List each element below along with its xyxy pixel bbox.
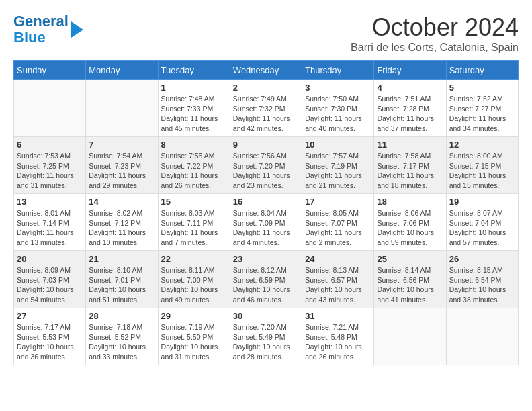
table-row: 25Sunrise: 8:14 AMSunset: 6:56 PMDayligh… [374,251,446,308]
day-detail: Sunrise: 7:58 AMSunset: 7:17 PMDaylight:… [377,151,443,191]
header-thursday: Thursday [302,61,374,80]
table-row [374,308,446,365]
table-row: 4Sunrise: 7:51 AMSunset: 7:28 PMDaylight… [374,80,446,137]
day-number: 2 [233,83,299,93]
day-number: 12 [449,140,515,150]
calendar-week-row: 20Sunrise: 8:09 AMSunset: 7:03 PMDayligh… [14,251,519,308]
table-row: 26Sunrise: 8:15 AMSunset: 6:54 PMDayligh… [446,251,518,308]
table-row: 8Sunrise: 7:55 AMSunset: 7:22 PMDaylight… [158,137,230,194]
logo: GeneralBlue [13,13,83,46]
day-number: 5 [449,83,515,93]
calendar-week-row: 1Sunrise: 7:48 AMSunset: 7:33 PMDaylight… [14,80,519,137]
day-number: 9 [233,140,299,150]
day-number: 19 [449,197,515,207]
day-number: 22 [161,254,227,264]
calendar-week-row: 6Sunrise: 7:53 AMSunset: 7:25 PMDaylight… [14,137,519,194]
day-number: 8 [161,140,227,150]
header-tuesday: Tuesday [158,61,230,80]
day-detail: Sunrise: 7:55 AMSunset: 7:22 PMDaylight:… [161,151,227,191]
day-number: 25 [377,254,443,264]
day-number: 1 [161,83,227,93]
header-monday: Monday [86,61,158,80]
day-number: 29 [161,311,227,321]
table-row: 10Sunrise: 7:57 AMSunset: 7:19 PMDayligh… [302,137,374,194]
header-saturday: Saturday [446,61,518,80]
header-friday: Friday [374,61,446,80]
day-detail: Sunrise: 8:06 AMSunset: 7:06 PMDaylight:… [377,208,443,248]
table-row: 17Sunrise: 8:05 AMSunset: 7:07 PMDayligh… [302,194,374,251]
day-detail: Sunrise: 8:03 AMSunset: 7:11 PMDaylight:… [161,208,227,248]
table-row: 28Sunrise: 7:18 AMSunset: 5:52 PMDayligh… [86,308,158,365]
day-detail: Sunrise: 8:11 AMSunset: 7:00 PMDaylight:… [161,265,227,305]
day-number: 4 [377,83,443,93]
calendar-week-row: 27Sunrise: 7:17 AMSunset: 5:53 PMDayligh… [14,308,519,365]
day-detail: Sunrise: 7:20 AMSunset: 5:49 PMDaylight:… [233,322,299,362]
table-row: 3Sunrise: 7:50 AMSunset: 7:30 PMDaylight… [302,80,374,137]
header-row: Sunday Monday Tuesday Wednesday Thursday… [14,61,519,80]
day-detail: Sunrise: 7:21 AMSunset: 5:48 PMDaylight:… [305,322,371,362]
day-detail: Sunrise: 8:13 AMSunset: 6:57 PMDaylight:… [305,265,371,305]
day-number: 23 [233,254,299,264]
day-detail: Sunrise: 8:09 AMSunset: 7:03 PMDaylight:… [17,265,83,305]
day-number: 17 [305,197,371,207]
day-detail: Sunrise: 8:04 AMSunset: 7:09 PMDaylight:… [233,208,299,248]
day-detail: Sunrise: 7:52 AMSunset: 7:27 PMDaylight:… [449,94,515,134]
table-row: 12Sunrise: 8:00 AMSunset: 7:15 PMDayligh… [446,137,518,194]
day-number: 18 [377,197,443,207]
location-label: Barri de les Corts, Catalonia, Spain [351,42,519,54]
day-detail: Sunrise: 7:50 AMSunset: 7:30 PMDaylight:… [305,94,371,134]
logo-arrow-icon [71,21,83,38]
day-detail: Sunrise: 7:53 AMSunset: 7:25 PMDaylight:… [17,151,83,191]
table-row: 14Sunrise: 8:02 AMSunset: 7:12 PMDayligh… [86,194,158,251]
table-row [446,308,518,365]
day-number: 7 [89,140,154,150]
header-sunday: Sunday [14,61,86,80]
day-number: 3 [305,83,371,93]
page-header: GeneralBlue October 2024 Barri de les Co… [13,13,519,54]
day-number: 28 [89,311,154,321]
calendar-table: Sunday Monday Tuesday Wednesday Thursday… [13,60,519,365]
day-number: 27 [17,311,83,321]
day-detail: Sunrise: 8:01 AMSunset: 7:14 PMDaylight:… [17,208,83,248]
day-detail: Sunrise: 8:14 AMSunset: 6:56 PMDaylight:… [377,265,443,305]
day-number: 16 [233,197,299,207]
header-wednesday: Wednesday [230,61,302,80]
day-number: 31 [305,311,371,321]
logo-text: GeneralBlue [13,13,69,46]
day-number: 6 [17,140,83,150]
day-number: 21 [89,254,154,264]
table-row: 13Sunrise: 8:01 AMSunset: 7:14 PMDayligh… [14,194,86,251]
day-detail: Sunrise: 7:17 AMSunset: 5:53 PMDaylight:… [17,322,83,362]
table-row [14,80,86,137]
table-row: 5Sunrise: 7:52 AMSunset: 7:27 PMDaylight… [446,80,518,137]
day-detail: Sunrise: 8:00 AMSunset: 7:15 PMDaylight:… [449,151,515,191]
day-detail: Sunrise: 7:54 AMSunset: 7:23 PMDaylight:… [89,151,154,191]
day-detail: Sunrise: 8:07 AMSunset: 7:04 PMDaylight:… [449,208,515,248]
day-number: 10 [305,140,371,150]
table-row: 2Sunrise: 7:49 AMSunset: 7:32 PMDaylight… [230,80,302,137]
table-row: 30Sunrise: 7:20 AMSunset: 5:49 PMDayligh… [230,308,302,365]
day-number: 26 [449,254,515,264]
day-detail: Sunrise: 8:10 AMSunset: 7:01 PMDaylight:… [89,265,154,305]
day-detail: Sunrise: 8:02 AMSunset: 7:12 PMDaylight:… [89,208,154,248]
table-row: 19Sunrise: 8:07 AMSunset: 7:04 PMDayligh… [446,194,518,251]
day-detail: Sunrise: 8:15 AMSunset: 6:54 PMDaylight:… [449,265,515,305]
table-row: 6Sunrise: 7:53 AMSunset: 7:25 PMDaylight… [14,137,86,194]
table-row: 27Sunrise: 7:17 AMSunset: 5:53 PMDayligh… [14,308,86,365]
table-row: 9Sunrise: 7:56 AMSunset: 7:20 PMDaylight… [230,137,302,194]
table-row: 16Sunrise: 8:04 AMSunset: 7:09 PMDayligh… [230,194,302,251]
day-detail: Sunrise: 8:12 AMSunset: 6:59 PMDaylight:… [233,265,299,305]
table-row [86,80,158,137]
day-detail: Sunrise: 8:05 AMSunset: 7:07 PMDaylight:… [305,208,371,248]
day-number: 24 [305,254,371,264]
day-detail: Sunrise: 7:56 AMSunset: 7:20 PMDaylight:… [233,151,299,191]
table-row: 15Sunrise: 8:03 AMSunset: 7:11 PMDayligh… [158,194,230,251]
table-row: 18Sunrise: 8:06 AMSunset: 7:06 PMDayligh… [374,194,446,251]
table-row: 7Sunrise: 7:54 AMSunset: 7:23 PMDaylight… [86,137,158,194]
table-row: 31Sunrise: 7:21 AMSunset: 5:48 PMDayligh… [302,308,374,365]
day-detail: Sunrise: 7:49 AMSunset: 7:32 PMDaylight:… [233,94,299,134]
table-row: 20Sunrise: 8:09 AMSunset: 7:03 PMDayligh… [14,251,86,308]
table-row: 22Sunrise: 8:11 AMSunset: 7:00 PMDayligh… [158,251,230,308]
title-block: October 2024 Barri de les Corts, Catalon… [351,13,519,54]
day-number: 13 [17,197,83,207]
